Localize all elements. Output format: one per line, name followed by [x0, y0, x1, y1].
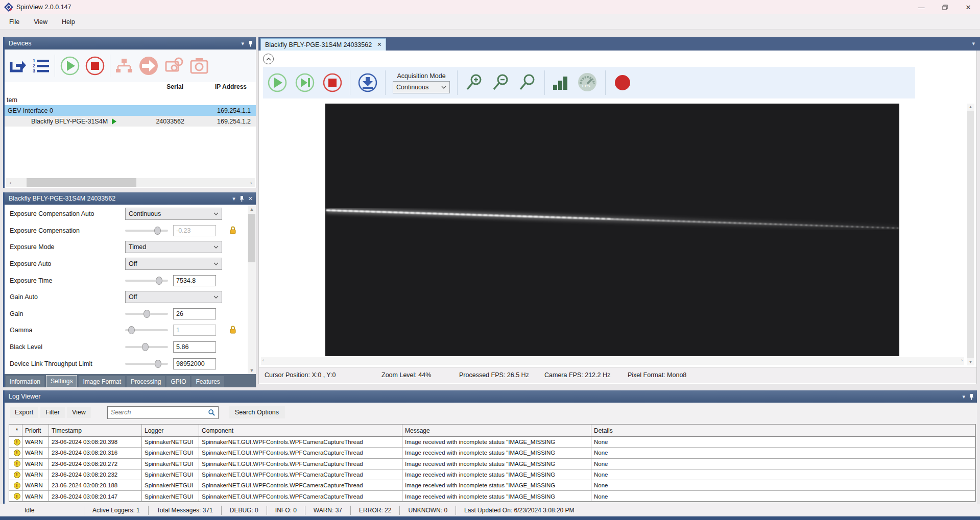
- gamma-value[interactable]: 1: [173, 325, 216, 336]
- device-link-throughput-value[interactable]: 98952000: [173, 358, 216, 369]
- close-button[interactable]: ✕: [957, 0, 980, 14]
- save-image-icon[interactable]: [357, 72, 378, 93]
- scroll-down-icon[interactable]: ▼: [967, 360, 974, 364]
- log-search-box[interactable]: [107, 406, 219, 419]
- scroll-right-icon[interactable]: ›: [247, 180, 255, 186]
- gamma-slider[interactable]: [125, 329, 168, 331]
- stop-acquisition-icon[interactable]: [85, 56, 105, 76]
- gain-slider[interactable]: [125, 313, 168, 315]
- fps-gauge-wrap[interactable]: FPS: [577, 71, 598, 94]
- gain-value[interactable]: 26: [173, 308, 216, 319]
- exposure-time-value[interactable]: 7534.8: [173, 275, 216, 286]
- scroll-up-icon[interactable]: ▲: [248, 207, 256, 212]
- scrollbar-thumb[interactable]: [248, 214, 255, 262]
- tab-processing[interactable]: Processing: [127, 376, 165, 387]
- acquisition-mode-dropdown[interactable]: Continuous: [393, 81, 450, 93]
- log-menu-view[interactable]: View: [67, 407, 91, 418]
- scrollbar-thumb[interactable]: [27, 178, 136, 187]
- menu-view[interactable]: View: [27, 14, 55, 30]
- viewer-tab-close-icon[interactable]: ✕: [377, 41, 381, 48]
- col-details[interactable]: Details: [591, 425, 975, 436]
- scroll-up-icon[interactable]: ▲: [967, 105, 974, 109]
- menu-help[interactable]: Help: [55, 14, 82, 30]
- scroll-down-icon[interactable]: ▼: [248, 368, 256, 373]
- black-level-slider[interactable]: [125, 346, 168, 348]
- col-priority[interactable]: Priorit: [22, 425, 49, 436]
- viewer-tab[interactable]: Blackfly BFLY-PGE-31S4M 24033562 ✕: [260, 38, 386, 51]
- devices-horizontal-scrollbar[interactable]: ‹ ›: [6, 178, 255, 187]
- tab-image-format[interactable]: Image Format: [79, 376, 125, 387]
- scrollbar-thumb[interactable]: [967, 111, 974, 358]
- collapse-toolbar-button[interactable]: [263, 54, 274, 64]
- devices-pin-icon[interactable]: [248, 40, 253, 47]
- tab-gpio[interactable]: GPIO: [166, 376, 190, 387]
- log-row[interactable]: ! WARN 23-06-2024 03:08:20.316 Spinnaker…: [9, 448, 975, 458]
- device-list-icon[interactable]: 123: [32, 57, 50, 75]
- properties-dropdown-icon[interactable]: ▾: [232, 195, 235, 202]
- log-viewer-header[interactable]: Log Viewer ▾: [5, 390, 977, 403]
- log-row[interactable]: ! WARN 23-06-2024 03:08:20.398 Spinnaker…: [9, 437, 975, 448]
- search-options-button[interactable]: Search Options: [229, 406, 285, 418]
- play-stream-icon[interactable]: [267, 72, 288, 93]
- viewer-horizontal-scrollbar[interactable]: ‹ ›: [261, 357, 964, 365]
- devices-dropdown-icon[interactable]: ▾: [241, 40, 244, 47]
- camera-image[interactable]: [325, 104, 899, 356]
- log-row[interactable]: ! WARN 23-06-2024 03:08:20.232 Spinnaker…: [9, 469, 975, 480]
- exposure-compensation-auto-dropdown[interactable]: Continuous: [125, 208, 222, 220]
- record-icon[interactable]: [613, 73, 632, 92]
- tree-item-system[interactable]: tem: [5, 94, 256, 105]
- log-search-input[interactable]: [111, 409, 208, 416]
- tree-item-blackfly-camera[interactable]: Blackfly BFLY-PGE-31S4M 24033562 169.254…: [5, 116, 256, 127]
- properties-vertical-scrollbar[interactable]: ▲ ▼: [248, 206, 256, 374]
- network-topology-icon[interactable]: [115, 57, 133, 75]
- stop-stream-icon[interactable]: [322, 72, 343, 93]
- viewer-vertical-scrollbar[interactable]: ▲ ▼: [967, 104, 974, 365]
- start-acquisition-icon[interactable]: [60, 56, 80, 76]
- exposure-compensation-value[interactable]: -0.23: [173, 225, 216, 236]
- tabstrip-dropdown-icon[interactable]: ▾: [972, 40, 975, 47]
- camera-settings-icon[interactable]: [164, 56, 184, 76]
- exposure-auto-dropdown[interactable]: Off: [125, 258, 222, 270]
- menu-file[interactable]: File: [2, 14, 27, 30]
- col-star[interactable]: *: [9, 425, 22, 436]
- tab-settings[interactable]: Settings: [46, 375, 77, 387]
- gain-auto-dropdown[interactable]: Off: [125, 291, 222, 303]
- zoom-fit-icon[interactable]: [518, 73, 537, 92]
- exposure-time-slider[interactable]: [125, 280, 168, 282]
- tab-information[interactable]: Information: [6, 376, 44, 387]
- properties-panel-header[interactable]: Blackfly BFLY-PGE-31S4M 24033562 ▾ ✕: [5, 192, 256, 205]
- zoom-out-icon[interactable]: [491, 73, 511, 92]
- zoom-in-icon[interactable]: [465, 73, 484, 92]
- tab-features[interactable]: Features: [192, 376, 224, 387]
- single-frame-icon[interactable]: [295, 72, 315, 93]
- properties-pin-icon[interactable]: [240, 195, 244, 202]
- restore-button[interactable]: [933, 0, 957, 14]
- log-dropdown-icon[interactable]: ▾: [962, 393, 965, 400]
- col-logger[interactable]: Logger: [142, 425, 199, 436]
- log-menu-filter[interactable]: Filter: [40, 407, 65, 418]
- tree-item-gev-interface[interactable]: GEV Interface 0 169.254.1.1: [5, 105, 256, 116]
- black-level-value[interactable]: 5.86: [173, 341, 216, 353]
- log-row[interactable]: ! WARN 23-06-2024 03:08:20.147 Spinnaker…: [9, 491, 975, 502]
- col-message[interactable]: Message: [402, 425, 591, 436]
- properties-close-icon[interactable]: ✕: [248, 195, 253, 202]
- scroll-left-icon[interactable]: ‹: [6, 180, 15, 186]
- camera-icon[interactable]: [189, 56, 209, 76]
- force-ip-icon[interactable]: [138, 55, 159, 77]
- minimize-button[interactable]: —: [910, 0, 933, 14]
- col-component[interactable]: Component: [199, 425, 402, 436]
- scroll-right-icon[interactable]: ›: [961, 358, 963, 363]
- devices-panel-header[interactable]: Devices ▾: [5, 37, 256, 49]
- device-link-throughput-slider[interactable]: [125, 363, 168, 365]
- log-row[interactable]: ! WARN 23-06-2024 03:08:20.272 Spinnaker…: [9, 459, 975, 469]
- refresh-devices-icon[interactable]: [9, 57, 27, 75]
- col-timestamp[interactable]: Timestamp: [49, 425, 142, 436]
- exposure-compensation-slider[interactable]: [125, 230, 168, 232]
- exposure-mode-dropdown[interactable]: Timed: [125, 241, 222, 253]
- log-menu-export[interactable]: Export: [10, 407, 38, 418]
- histogram-icon[interactable]: [552, 73, 569, 92]
- log-pin-icon[interactable]: [969, 393, 974, 400]
- search-icon[interactable]: [208, 409, 215, 416]
- scroll-left-icon[interactable]: ‹: [262, 358, 264, 363]
- log-row[interactable]: ! WARN 23-06-2024 03:08:20.188 Spinnaker…: [9, 480, 975, 491]
